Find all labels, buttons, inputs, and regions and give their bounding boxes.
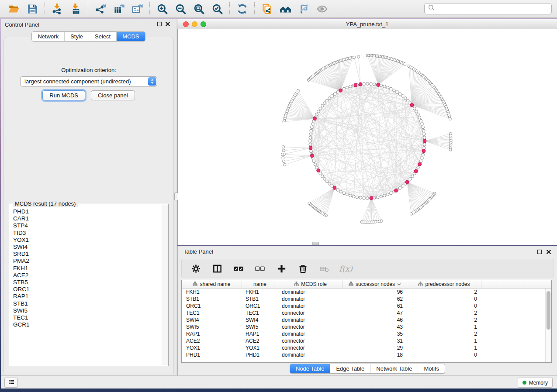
delete-table-icon [319,264,329,274]
table-toolbar: f(x) [181,259,554,278]
memory-status-icon [522,381,526,385]
search-box[interactable] [424,3,552,14]
zoom-out-icon [175,3,187,15]
function-builder-button[interactable]: f(x) [339,264,353,273]
run-mcds-button[interactable]: Run MCDS [42,90,85,100]
table-row[interactable]: ORC1ORC1dominator610 [182,303,545,309]
zoom-out-button[interactable] [174,2,187,15]
tab-network-table[interactable]: Network Table [370,364,418,373]
optimization-criterion-select[interactable]: largest connected component (undirected) [20,76,157,86]
column-header-name[interactable]: name [242,280,278,288]
column-header-successor-nodes[interactable]: successor nodes [343,280,407,288]
mcds-result-item[interactable]: STP4 [13,222,161,229]
mcds-result-item[interactable]: TID3 [13,230,161,237]
mcds-result-item[interactable]: CAR1 [13,215,161,222]
table-row[interactable]: ACE2ACE2connector311 [182,337,545,344]
tab-motifs[interactable]: Motifs [418,364,445,373]
network-home-button[interactable] [279,2,292,15]
mcds-result-item[interactable]: SWI4 [13,244,161,251]
network-window-titlebar: YPA_prune.txt_1 [177,19,557,29]
close-panel-button[interactable]: Close panel [91,90,135,100]
column-header-predecessor-nodes[interactable]: predecessor nodes [407,280,481,288]
tab-style[interactable]: Style [64,32,89,41]
table-row[interactable]: FKH1FKH1dominator962 [182,289,545,296]
zoom-selected-button[interactable] [211,2,224,15]
network-home-icon [280,3,291,15]
table-row[interactable]: SWI5SWI5connector431 [182,323,545,330]
mcds-result-item[interactable]: PHD1 [13,208,161,215]
table-row[interactable]: PHD1PHD1dominator180 [182,351,545,358]
table-row[interactable]: SWI4SWI4dominator462 [182,316,545,323]
search-input[interactable] [436,5,551,13]
mcds-result-item[interactable]: FKH1 [13,265,161,272]
select-all-icon [234,264,244,274]
save-button[interactable] [26,2,39,15]
refresh-button[interactable] [235,2,249,15]
float-panel-icon[interactable] [156,21,163,29]
mcds-result-item[interactable]: SWI5 [13,307,161,314]
import-network-button[interactable] [51,2,64,15]
hide-graphics-button[interactable] [297,2,310,15]
open-button[interactable] [7,2,21,15]
delete-button[interactable] [296,262,309,275]
zoom-in-button[interactable] [156,2,169,15]
canvas-resize-handle[interactable] [312,242,319,245]
export-image-button[interactable] [131,2,144,15]
network-canvas[interactable] [177,29,557,245]
columns-button[interactable] [211,262,224,275]
mcds-result-item[interactable]: ORC1 [13,286,161,293]
deselect-all-button[interactable] [253,262,266,275]
mcds-result-item[interactable]: GCR1 [13,321,161,328]
table-row[interactable]: TEC1TEC1connector472 [182,309,545,316]
table-row[interactable]: STB1STB1dominator620 [182,296,545,303]
optimization-value: largest connected component (undirected) [24,78,131,85]
mcds-result-item[interactable]: TEC1 [13,314,161,321]
column-header-MCDS-role[interactable]: MCDS role [278,280,343,288]
status-bar: Memory [1,375,557,389]
clone-network-button[interactable] [260,2,273,15]
mcds-panel: Optimization criterion: largest connecte… [3,37,174,374]
mcds-result-item[interactable]: ACE2 [13,272,161,279]
tab-select[interactable]: Select [89,32,116,41]
mcds-result-item[interactable]: RAP1 [13,293,161,300]
zoom-fit-button[interactable] [192,2,205,15]
task-history-button[interactable] [4,378,18,388]
table-scrollbar-thumb[interactable] [547,291,550,330]
splitter-handle[interactable] [174,193,178,200]
mcds-result-list[interactable]: PHD1CAR1STP4TID3YOX1SWI4SRD1PMA2FKH1ACE2… [10,206,161,365]
import-table-button[interactable] [69,2,82,15]
delete-table-button[interactable] [318,262,331,275]
control-panel-tabs: NetworkStyleSelectMCDS [31,31,145,41]
memory-button[interactable]: Memory [518,378,553,388]
mcds-result-item[interactable]: STB1 [13,300,161,307]
tab-network[interactable]: Network [32,32,64,41]
add-button[interactable] [275,262,288,275]
mcds-result-item[interactable]: STB5 [13,279,161,286]
control-panel-title: Control Panel [5,21,39,28]
gear-button[interactable] [189,262,202,275]
memory-label: Memory [529,380,548,386]
float-table-panel-icon[interactable] [536,249,543,257]
show-graphics-button[interactable] [315,2,329,15]
mcds-list-scrollbar[interactable] [162,205,168,365]
network-graph[interactable] [178,29,557,245]
table-panel: Table Panel f(x) shared namenameMCDS rol… [177,246,557,375]
tab-mcds[interactable]: MCDS [116,32,145,41]
mcds-result-item[interactable]: SRD1 [13,251,161,258]
mcds-result-item[interactable]: PMA2 [13,258,161,265]
control-panel: Control Panel Optimization criterion: la… [1,19,176,375]
tab-edge-table[interactable]: Edge Table [330,364,370,373]
mcds-result-item[interactable]: YOX1 [13,237,161,244]
export-table-button[interactable] [112,2,125,15]
sort-desc-icon [397,283,401,286]
column-header-shared-name[interactable]: shared name [182,280,242,288]
tab-node-table[interactable]: Node Table [290,364,330,373]
close-table-panel-icon[interactable] [546,249,552,257]
table-row[interactable]: RAP1RAP1dominator352 [182,330,545,337]
table-row[interactable]: YOX1YOX1connector291 [182,344,545,351]
export-network-button[interactable] [94,2,107,15]
zoom-selected-icon [211,3,223,15]
close-panel-icon[interactable] [165,21,171,29]
select-all-button[interactable] [232,262,245,275]
table-scrollbar[interactable] [545,289,551,362]
